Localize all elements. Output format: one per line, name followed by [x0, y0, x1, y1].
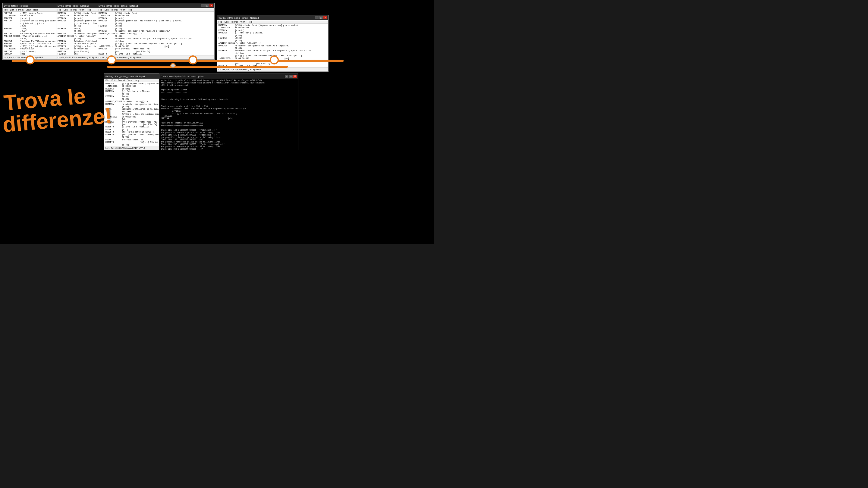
notepad-window-3: EV-6a_tcftftrd_noibis_concat - Notepad ─…: [97, 3, 215, 60]
menu-view-2[interactable]: View: [80, 8, 84, 11]
menu-format-1[interactable]: Format: [16, 8, 24, 11]
cmd-close-btn[interactable]: ✕: [293, 75, 297, 78]
title-text-3: EV-6a_tcftftrd_noibis_concat - Notepad: [98, 4, 138, 7]
menu-edit-2[interactable]: Edit: [64, 8, 67, 11]
menu-edit-5[interactable]: Edit: [112, 79, 116, 82]
pipeline-node-4: [270, 56, 279, 64]
menu-file-3[interactable]: File: [98, 8, 102, 11]
content-3: MARTINA ((TC)) <<p>io fors> --TIMECODE--…: [97, 12, 214, 56]
maximize-btn-4[interactable]: □: [319, 16, 323, 19]
menu-edit-3[interactable]: Edit: [104, 8, 108, 11]
pipeline-node-1: [26, 56, 35, 64]
menu-help-2[interactable]: Help: [87, 8, 91, 11]
menu-help-3[interactable]: Help: [128, 8, 132, 11]
menu-format-3[interactable]: Format: [111, 8, 118, 11]
menu-view-4[interactable]: View: [241, 21, 245, 23]
title-text-5: EV-6a_tcftftrd_noibis_concat - Notepad: [105, 75, 145, 78]
menu-help-1[interactable]: Help: [33, 8, 38, 11]
close-btn-4[interactable]: ✕: [323, 16, 327, 19]
menu-edit-4[interactable]: Edit: [224, 21, 228, 23]
menu-edit-1[interactable]: Edit: [10, 8, 14, 11]
menu-format-4[interactable]: Format: [231, 21, 238, 23]
maximize-btn-3[interactable]: □: [205, 4, 209, 7]
cmd-window-controls: ─ □ ✕: [285, 75, 297, 78]
pipeline-bar: [12, 60, 344, 62]
menu-file-5[interactable]: File: [105, 79, 109, 82]
menu-view-1[interactable]: View: [26, 8, 31, 11]
statusbar-4: Ln 359, Col 62 100% Windows (CRLF) UTF-8: [217, 67, 328, 71]
menu-file-1[interactable]: File: [4, 8, 7, 11]
menu-view-5[interactable]: View: [127, 79, 132, 82]
pipeline-node-2: [107, 56, 116, 64]
close-btn-3[interactable]: ✕: [210, 4, 213, 7]
cmd-content: Write the file path of a traditional tra…: [159, 78, 298, 151]
titlebar-3[interactable]: EV-6a_tcftftrd_noibis_concat - Notepad ─…: [97, 3, 214, 8]
menu-format-5[interactable]: Format: [118, 79, 125, 82]
menu-view-3[interactable]: View: [121, 8, 125, 11]
cmd-minimize-btn[interactable]: ─: [285, 75, 288, 78]
title-text-2: EV-6a_tcftftrd_noibis - Notepad: [58, 4, 89, 7]
menu-help-5[interactable]: Help: [135, 79, 139, 82]
title-text-1: EV-6a_tcftftrd - Notepad: [4, 4, 28, 7]
menu-file-4[interactable]: File: [218, 21, 222, 23]
title-text-4: *EV-6a_tcftftrd_noibis_concat - Notepad: [218, 17, 258, 19]
window-controls-4: ─ □ ✕: [315, 16, 327, 19]
titlebar-4[interactable]: *EV-6a_tcftftrd_noibis_concat - Notepad …: [217, 15, 328, 20]
cmd-titlebar[interactable]: C:\Windows\System32\cmd.exe - python ─ □…: [159, 74, 298, 78]
menubar-3: File Edit Format View Help: [97, 8, 214, 12]
cmd-title-text: C:\Windows\System32\cmd.exe - python: [161, 75, 204, 78]
menu-help-4[interactable]: Help: [248, 21, 252, 23]
cmd-window: C:\Windows\System32\cmd.exe - python ─ □…: [159, 73, 299, 150]
minimize-btn-3[interactable]: ─: [201, 4, 205, 7]
pipeline-node-mid: [170, 63, 176, 68]
pipeline-bar-lower: [107, 66, 288, 68]
window-controls-3: ─ □ ✕: [201, 4, 213, 7]
menubar-4: File Edit Format View Help: [217, 20, 328, 24]
cmd-maximize-btn[interactable]: □: [289, 75, 293, 78]
pipeline-node-3: [188, 56, 197, 64]
menu-file-2[interactable]: File: [58, 8, 61, 11]
handwritten-text: Trova le differenze!: [3, 83, 113, 135]
minimize-btn-4[interactable]: ─: [315, 16, 318, 19]
menu-format-2[interactable]: Format: [70, 8, 77, 11]
